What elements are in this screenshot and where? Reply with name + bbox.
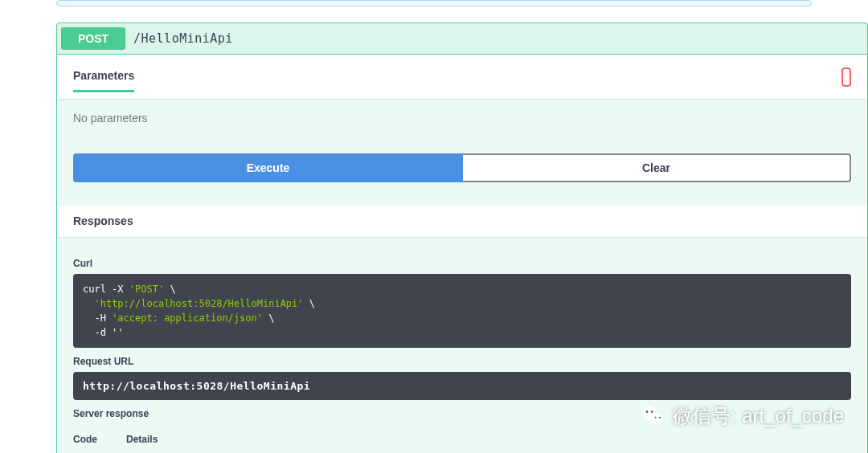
endpoint-path: /HelloMiniApi	[125, 31, 241, 46]
operation-summary[interactable]: POST /HelloMiniApi	[57, 23, 867, 55]
curl-codeblock[interactable]: curl -X 'POST' \ 'http://localhost:5028/…	[73, 274, 851, 348]
execute-button[interactable]: Execute	[73, 153, 463, 182]
http-method-badge: POST	[61, 27, 125, 50]
svg-point-4	[645, 410, 648, 413]
parameters-container: No parameters	[57, 99, 867, 137]
svg-point-6	[654, 417, 656, 418]
curl-label: Curl	[73, 258, 851, 269]
previous-block-edge	[56, 0, 812, 6]
tab-parameters[interactable]: Parameters	[73, 61, 134, 92]
request-url-label: Request URL	[73, 356, 851, 367]
watermark-handle: art_of_code	[742, 405, 844, 427]
operation-block-post: POST /HelloMiniApi Parameters No paramet…	[56, 22, 868, 453]
svg-point-7	[658, 417, 660, 418]
cancel-button-edge[interactable]	[841, 67, 851, 87]
parameters-header: Parameters	[57, 55, 867, 99]
execute-wrapper: Execute Clear	[57, 137, 867, 198]
col-header-code: Code	[73, 434, 126, 445]
col-header-details: Details	[126, 434, 851, 445]
svg-point-5	[650, 410, 653, 413]
svg-point-3	[652, 413, 663, 424]
wechat-icon	[641, 403, 666, 429]
no-parameters-text: No parameters	[73, 112, 851, 124]
watermark-label: 微信号:	[673, 403, 736, 429]
responses-section-header: Responses	[57, 205, 867, 237]
clear-button[interactable]: Clear	[463, 153, 851, 182]
request-url-block[interactable]: http://localhost:5028/HelloMiniApi	[73, 372, 851, 400]
watermark: 微信号: art_of_code	[641, 403, 844, 429]
responses-title: Responses	[73, 214, 851, 227]
